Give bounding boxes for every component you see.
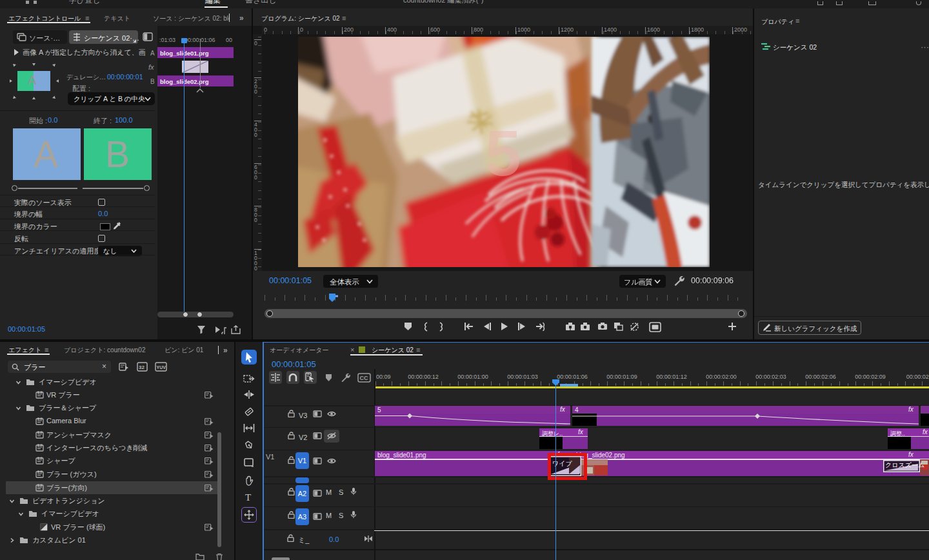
svg-text:T: T — [245, 492, 251, 502]
svg-text:CC: CC — [359, 375, 368, 381]
svg-text:YUV: YUV — [157, 365, 166, 370]
svg-text:5: 5 — [485, 117, 521, 189]
svg-text:32: 32 — [139, 365, 145, 370]
